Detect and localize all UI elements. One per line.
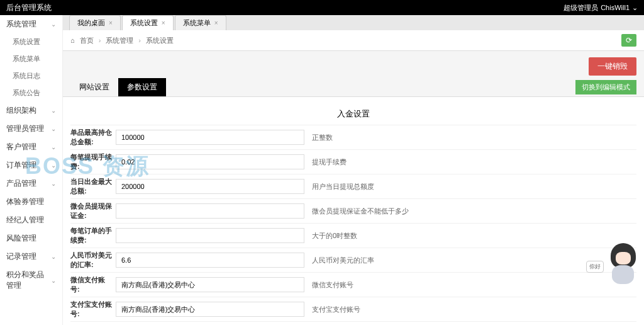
form-input[interactable] — [116, 253, 304, 268]
form-label: 人民币对美元的汇率: — [70, 251, 116, 270]
form-label: 当日出金最大总额: — [70, 177, 116, 196]
form-hint: 大于的0时整数 — [312, 231, 357, 241]
user-name: ChisWill1 — [601, 4, 630, 11]
subtab[interactable]: 网站设置 — [70, 78, 118, 96]
sidebar-item-label: 系统设置 — [13, 37, 40, 47]
form-row: 每笔提现手续费:提现手续费 — [70, 149, 636, 174]
form-hint: 用户当日提现总额度 — [312, 182, 374, 191]
mascot-face — [616, 252, 631, 265]
form-input[interactable] — [116, 179, 304, 194]
sidebar-item[interactable]: 管理员管理⌄ — [0, 120, 62, 138]
sidebar-item[interactable]: 订单管理⌄ — [0, 156, 62, 174]
form-input[interactable] — [116, 302, 304, 317]
sidebar-item-label: 客户管理 — [6, 142, 36, 152]
sidebar: 系统管理⌄系统设置系统菜单系统日志系统公告组织架构⌄管理员管理⌄客户管理⌄订单管… — [0, 15, 63, 325]
form-hint: 提现手续费 — [312, 157, 347, 167]
tab-label: 系统菜单 — [183, 18, 211, 28]
sidebar-item-label: 积分和奖品管理 — [6, 270, 51, 291]
sidebar-item[interactable]: 风险管理 — [0, 229, 62, 248]
sidebar-item[interactable]: 组织架构⌄ — [0, 101, 62, 120]
form-input[interactable] — [116, 277, 304, 292]
close-icon[interactable]: × — [162, 20, 165, 26]
form-label: 每笔提现手续费: — [70, 152, 116, 171]
form-label: 微信支付账号: — [70, 275, 116, 294]
form-input[interactable] — [116, 130, 304, 145]
mascot-body — [612, 265, 634, 284]
subtabs: 网站设置参数设置 — [70, 78, 166, 96]
chevron-right-icon: › — [138, 37, 141, 44]
sidebar-item-label: 记录管理 — [6, 251, 36, 262]
sidebar-item-label: 体验券管理 — [6, 197, 44, 207]
form-input[interactable] — [116, 203, 304, 219]
close-icon[interactable]: × — [214, 20, 218, 26]
chevron-down-icon: ⌄ — [51, 144, 56, 151]
sidebar-item[interactable]: 系统公告 — [0, 84, 62, 101]
tab-bar: 我的桌面×系统设置×系统菜单× — [63, 15, 644, 30]
chevron-down-icon: ⌄ — [51, 180, 56, 187]
form-hint: 正整数 — [312, 133, 333, 142]
tab-label: 系统设置 — [130, 18, 158, 28]
sidebar-item-label: 经纪人管理 — [6, 215, 44, 225]
sidebar-item[interactable]: 系统日志 — [0, 67, 62, 84]
mascot-bubble: 你好 — [586, 261, 604, 273]
form-hint: 微会员提现保证金不能低于多少 — [312, 207, 409, 216]
sidebar-item[interactable]: 系统管理⌄ — [0, 15, 62, 33]
chevron-down-icon: ⌄ — [51, 277, 56, 284]
breadcrumb-item[interactable]: 系统管理 — [106, 36, 133, 45]
breadcrumb-bar: ⌂ 首页 › 系统管理 › 系统设置 ⟳ — [63, 30, 644, 51]
form-row: 人民币对美元的汇率:人民币对美元的汇率 — [70, 248, 636, 272]
content: 入金设置 单品最高持仓总金额:正整数每笔提现手续费:提现手续费当日出金最大总额:… — [63, 97, 644, 325]
switch-mode-button[interactable]: 切换到编辑模式 — [575, 80, 636, 94]
breadcrumb-item: 系统设置 — [146, 36, 174, 45]
chevron-down-icon: ⌄ — [51, 107, 56, 114]
form-label: 微会员提现保证金: — [70, 202, 116, 220]
form-label: 每笔订单的手续费: — [70, 226, 116, 245]
destroy-button[interactable]: 一键销毁 — [589, 57, 636, 76]
chevron-down-icon: ⌄ — [51, 162, 56, 169]
form-input[interactable] — [116, 154, 304, 169]
tab[interactable]: 我的桌面× — [69, 15, 121, 30]
chevron-down-icon: ⌄ — [51, 125, 56, 132]
form-row: 微信支付账号:微信支付账号 — [70, 272, 636, 297]
tab[interactable]: 系统设置× — [122, 15, 174, 30]
sidebar-item-label: 系统管理 — [6, 19, 36, 30]
form-row: 单次出金额高金额:单次出金最高金额 — [70, 321, 636, 325]
subtab[interactable]: 参数设置 — [118, 78, 166, 96]
form-hint: 微信支付账号 — [312, 280, 353, 290]
sidebar-item[interactable]: 客户管理⌄ — [0, 138, 62, 156]
main: 我的桌面×系统设置×系统菜单× ⌂ 首页 › 系统管理 › 系统设置 ⟳ 一键销… — [63, 15, 644, 325]
sidebar-item-label: 产品管理 — [6, 178, 36, 189]
sidebar-item[interactable]: 系统设置 — [0, 33, 62, 50]
tab-label: 我的桌面 — [77, 18, 105, 28]
chevron-right-icon: › — [99, 37, 101, 44]
refresh-button[interactable]: ⟳ — [621, 34, 636, 47]
refresh-icon: ⟳ — [626, 36, 632, 45]
sidebar-item[interactable]: 积分和奖品管理⌄ — [0, 266, 62, 295]
sidebar-item-label: 系统菜单 — [13, 54, 40, 64]
mascot-assistant[interactable]: 你好 — [601, 243, 639, 294]
form-row: 微会员提现保证金:微会员提现保证金不能低于多少 — [70, 198, 636, 223]
sidebar-item[interactable]: 系统菜单 — [0, 50, 62, 67]
chevron-down-icon: ⌄ — [51, 253, 56, 260]
sidebar-item-label: 订单管理 — [6, 160, 36, 171]
sidebar-item-label: 管理员管理 — [6, 123, 44, 134]
breadcrumb-home[interactable]: 首页 — [80, 36, 94, 45]
app-title: 后台管理系统 — [6, 3, 52, 13]
user-menu[interactable]: 超级管理员 ChisWill1 ⌄ — [564, 3, 638, 13]
sidebar-item-label: 系统公告 — [13, 88, 40, 98]
form-row: 当日出金最大总额:用户当日提现总额度 — [70, 174, 636, 198]
sidebar-item[interactable]: 经纪人管理 — [0, 211, 62, 229]
sidebar-item[interactable]: 体验券管理 — [0, 193, 62, 211]
sidebar-item-label: 风险管理 — [6, 233, 36, 244]
tab[interactable]: 系统菜单× — [175, 15, 226, 30]
chevron-down-icon: ⌄ — [632, 4, 638, 12]
form-label: 支付宝支付账号: — [70, 300, 116, 319]
form-row: 单品最高持仓总金额:正整数 — [70, 125, 636, 149]
sidebar-item[interactable]: 产品管理⌄ — [0, 174, 62, 193]
form-row: 每笔订单的手续费:大于的0时整数 — [70, 223, 636, 248]
section-title: 入金设置 — [70, 103, 636, 125]
sidebar-item[interactable]: 记录管理⌄ — [0, 248, 62, 266]
form-input[interactable] — [116, 228, 304, 243]
close-icon[interactable]: × — [109, 20, 113, 26]
user-role: 超级管理员 — [564, 3, 598, 13]
